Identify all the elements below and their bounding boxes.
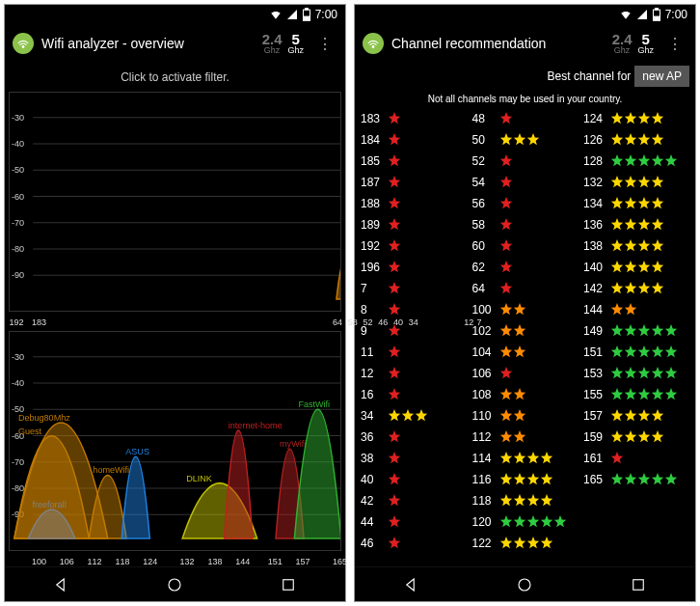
- rec-row[interactable]: 126: [583, 129, 689, 151]
- app-logo-icon[interactable]: [363, 33, 384, 54]
- rec-stars: [388, 430, 401, 444]
- rec-row[interactable]: 48: [472, 108, 579, 129]
- rec-row[interactable]: 183: [361, 108, 467, 129]
- rec-row[interactable]: 11: [361, 342, 467, 363]
- rec-row[interactable]: 165: [583, 469, 689, 490]
- rec-channel: 44: [361, 515, 384, 529]
- overflow-menu-icon[interactable]: ⋮: [661, 35, 687, 53]
- rec-stars: [388, 452, 401, 465]
- rec-row[interactable]: 185: [361, 151, 467, 172]
- ap-dropdown[interactable]: new AP: [634, 66, 689, 87]
- rec-row[interactable]: 50: [472, 129, 579, 151]
- rec-row[interactable]: 52: [472, 151, 579, 172]
- rec-stars: [610, 409, 664, 423]
- rec-row[interactable]: 187: [361, 172, 467, 193]
- rec-row[interactable]: 114: [472, 448, 579, 469]
- rec-row[interactable]: 62: [472, 257, 579, 278]
- rec-row[interactable]: 140: [583, 257, 689, 278]
- rec-row[interactable]: 34: [361, 405, 467, 427]
- rec-row[interactable]: 189: [361, 214, 467, 235]
- rec-row[interactable]: 159: [583, 427, 689, 448]
- rec-channel: 196: [361, 261, 384, 274]
- nav-home-icon[interactable]: [516, 576, 533, 593]
- rec-row[interactable]: 12: [361, 363, 467, 384]
- rec-row[interactable]: 60: [472, 235, 579, 257]
- rec-row[interactable]: 108: [472, 384, 579, 405]
- rec-row[interactable]: 196: [361, 257, 467, 278]
- svg-point-3: [22, 46, 24, 48]
- rec-row[interactable]: 102: [472, 320, 579, 342]
- band-2-4ghz[interactable]: 2.4 Ghz: [262, 32, 283, 55]
- rec-row[interactable]: 38: [361, 448, 467, 469]
- rec-row[interactable]: 112: [472, 427, 579, 448]
- svg-point-45: [169, 579, 180, 591]
- rec-row[interactable]: 136: [583, 214, 689, 235]
- rec-row[interactable]: 134: [583, 193, 689, 214]
- band-selector[interactable]: 2.4 Ghz 5 Ghz: [612, 32, 654, 55]
- chart-top[interactable]: -30-40-50-60-70-80-90Secured5securedHidd…: [9, 92, 341, 312]
- rec-row[interactable]: 155: [583, 384, 689, 405]
- rec-stars: [388, 154, 401, 168]
- rec-row[interactable]: 64: [472, 278, 579, 299]
- chart-bottom[interactable]: -30-40-50-60-70-80-90Debug80MhzGuestfree…: [9, 331, 341, 551]
- rec-row[interactable]: 149: [583, 320, 689, 342]
- rec-channel: 151: [583, 345, 606, 359]
- rec-row[interactable]: 161: [583, 448, 689, 469]
- rec-row[interactable]: 128: [583, 151, 689, 172]
- rec-row[interactable]: 110: [472, 405, 579, 427]
- nav-home-icon[interactable]: [166, 576, 183, 593]
- app-bar: Channel recommendation 2.4 Ghz 5 Ghz ⋮: [355, 24, 695, 63]
- rec-row[interactable]: 192: [361, 235, 467, 257]
- filter-hint[interactable]: Click to activate filter.: [5, 63, 345, 92]
- band-2-4ghz[interactable]: 2.4 Ghz: [612, 32, 633, 55]
- rec-row[interactable]: 120: [472, 511, 579, 533]
- rec-row[interactable]: 157: [583, 405, 689, 427]
- rec-row[interactable]: 42: [361, 490, 467, 511]
- rec-row[interactable]: 54: [472, 172, 579, 193]
- rec-row[interactable]: 56: [472, 193, 579, 214]
- rec-row[interactable]: 184: [361, 129, 467, 151]
- rec-row[interactable]: 153: [583, 363, 689, 384]
- band-selector[interactable]: 2.4 Ghz 5 Ghz: [262, 32, 304, 55]
- nav-recents-icon[interactable]: [280, 576, 297, 593]
- rec-channel: 102: [472, 324, 496, 338]
- rec-row[interactable]: 46: [361, 533, 467, 554]
- rec-row[interactable]: 116: [472, 469, 579, 490]
- status-bar: 7:00: [5, 5, 345, 24]
- rec-row[interactable]: 104: [472, 342, 579, 363]
- rec-row[interactable]: 132: [583, 172, 689, 193]
- rec-row[interactable]: 36: [361, 427, 467, 448]
- rec-row[interactable]: 138: [583, 235, 689, 257]
- nav-back-icon[interactable]: [403, 576, 420, 593]
- svg-text:DLINK: DLINK: [186, 474, 212, 483]
- rec-row[interactable]: 7: [361, 278, 467, 299]
- status-time: 7:00: [315, 8, 337, 21]
- rec-row[interactable]: 44: [361, 511, 467, 533]
- rec-row[interactable]: 122: [472, 533, 579, 554]
- rec-stars: [388, 218, 401, 232]
- rec-channel: 155: [583, 388, 606, 401]
- rec-row[interactable]: 16: [361, 384, 467, 405]
- rec-channel: 106: [472, 367, 496, 380]
- app-logo-icon[interactable]: [13, 33, 34, 54]
- nav-recents-icon[interactable]: [630, 576, 647, 593]
- rec-row[interactable]: 100: [472, 299, 579, 320]
- rec-row[interactable]: 142: [583, 278, 689, 299]
- band-5ghz[interactable]: 5 Ghz: [637, 32, 654, 55]
- rec-row[interactable]: 58: [472, 214, 579, 235]
- rec-row[interactable]: 151: [583, 342, 689, 363]
- rec-channel: 52: [472, 154, 496, 168]
- rec-row[interactable]: 188: [361, 193, 467, 214]
- nav-back-icon[interactable]: [53, 576, 70, 593]
- rec-stars: [388, 494, 401, 508]
- rec-row[interactable]: 144: [583, 299, 689, 320]
- rec-row[interactable]: 40: [361, 469, 467, 490]
- rec-stars: [499, 409, 526, 423]
- overflow-menu-icon[interactable]: ⋮: [311, 35, 337, 53]
- band-5ghz[interactable]: 5 Ghz: [287, 32, 304, 55]
- rec-row[interactable]: 106: [472, 363, 579, 384]
- svg-text:-40: -40: [12, 139, 24, 149]
- app-bar: Wifi analyzer - overview 2.4 Ghz 5 Ghz ⋮: [5, 24, 345, 63]
- rec-row[interactable]: 124: [583, 108, 689, 129]
- rec-row[interactable]: 118: [472, 490, 579, 511]
